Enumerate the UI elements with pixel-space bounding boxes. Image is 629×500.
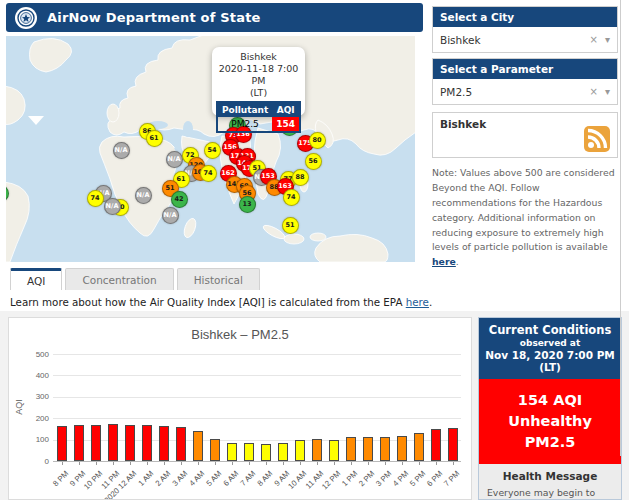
current-conditions-panel: Current Conditions observed at Nov 18, 2… bbox=[478, 317, 622, 500]
aqi-bar[interactable] bbox=[210, 439, 220, 461]
aqi-marker[interactable]: 61 bbox=[146, 130, 163, 147]
chart-y-tick-label: 100 bbox=[23, 435, 49, 444]
world-aqi-map[interactable]: 8661N/AN/A72120N/A10174615142N/A7440N/AN… bbox=[6, 36, 415, 262]
chart-y-axis-label: AQI bbox=[14, 399, 24, 415]
aqi-marker[interactable]: 88 bbox=[292, 169, 309, 186]
aqi-bar[interactable] bbox=[278, 443, 288, 461]
aqi-marker[interactable]: 42 bbox=[171, 191, 188, 208]
chart-x-tick bbox=[130, 462, 131, 465]
chart-x-tick bbox=[232, 462, 233, 465]
popup-col-aqi: AQI bbox=[272, 102, 300, 117]
popup-timezone: (LT) bbox=[212, 87, 305, 99]
chart-gridline bbox=[53, 375, 461, 376]
parameter-select-label: Select a Parameter bbox=[433, 59, 617, 79]
chart-x-tick bbox=[113, 462, 114, 465]
aqi-marker[interactable]: N/A bbox=[135, 187, 152, 204]
aqi-marker[interactable]: 74 bbox=[200, 165, 217, 182]
cc-title: Current Conditions bbox=[483, 323, 617, 337]
chevron-down-icon[interactable]: ▾ bbox=[605, 34, 610, 45]
aqi-marker[interactable]: 74 bbox=[87, 190, 104, 207]
aqi-bar[interactable] bbox=[380, 437, 390, 461]
note-here-link[interactable]: here bbox=[432, 256, 456, 267]
aqi-bar[interactable] bbox=[261, 444, 271, 461]
aqi-bar[interactable] bbox=[431, 429, 441, 461]
chart-x-tick bbox=[249, 462, 250, 465]
aqi-bar[interactable] bbox=[295, 440, 305, 461]
rss-icon[interactable] bbox=[584, 126, 610, 152]
note-text: Note: Values above 500 are considered Be… bbox=[432, 167, 615, 252]
city-select-label: Select a City bbox=[433, 7, 617, 27]
cc-pollutant: PM2.5 bbox=[479, 432, 621, 453]
clear-icon[interactable]: × bbox=[590, 86, 598, 97]
aqi-marker[interactable]: 80 bbox=[309, 132, 326, 149]
aqi-bar[interactable] bbox=[74, 425, 84, 461]
state-department-seal-icon bbox=[15, 7, 37, 29]
chevron-down-icon[interactable]: ▾ bbox=[605, 86, 610, 97]
aqi-bar[interactable] bbox=[312, 439, 322, 461]
aqi-bar-chart: Bishkek – PM2.5 AQI 01002003004005008 PM… bbox=[8, 317, 472, 500]
aqi-bar[interactable] bbox=[142, 425, 152, 461]
chart-gridline bbox=[53, 397, 461, 398]
chart-x-tick bbox=[436, 462, 437, 465]
scrollbar[interactable] bbox=[620, 0, 621, 456]
aqi-bar[interactable] bbox=[57, 426, 67, 461]
aqi-bar[interactable] bbox=[227, 443, 237, 461]
aqi-bar[interactable] bbox=[414, 433, 424, 461]
chart-y-tick-label: 500 bbox=[23, 350, 49, 359]
aqi-marker[interactable]: 13 bbox=[239, 196, 256, 213]
tab-aqi[interactable]: AQI bbox=[10, 268, 62, 290]
aqi-marker[interactable]: 51 bbox=[282, 217, 299, 234]
chart-y-tick-label: 200 bbox=[23, 414, 49, 423]
popup-pollutant-value: PM2.5 bbox=[217, 117, 272, 132]
chart-x-tick bbox=[181, 462, 182, 465]
aqi-bar[interactable] bbox=[108, 424, 118, 461]
aqi-bar[interactable] bbox=[176, 427, 186, 461]
chart-y-tick-label: 400 bbox=[23, 371, 49, 380]
aqi-bar[interactable] bbox=[244, 443, 254, 461]
city-select[interactable]: Bishkek × ▾ bbox=[433, 27, 617, 52]
health-message-text: Everyone may begin to experience health … bbox=[487, 486, 613, 500]
chart-x-tick bbox=[402, 462, 403, 465]
chart-x-tick bbox=[453, 462, 454, 465]
aqi-bar[interactable] bbox=[346, 437, 356, 461]
chart-x-tick bbox=[419, 462, 420, 465]
map-popup: Bishkek 2020-11-18 7:00 PM (LT) Pollutan… bbox=[212, 47, 305, 116]
chart-x-tick bbox=[62, 462, 63, 465]
tab-historical[interactable]: Historical bbox=[177, 268, 260, 290]
parameter-select[interactable]: PM2.5 × ▾ bbox=[433, 79, 617, 104]
aqi-marker[interactable]: N/A bbox=[162, 207, 179, 224]
parameter-select-value: PM2.5 bbox=[440, 86, 590, 98]
aqi-bar[interactable] bbox=[91, 425, 101, 461]
chart-gridline bbox=[53, 418, 461, 419]
aqi-marker[interactable]: N/A bbox=[113, 142, 130, 159]
aqi-marker[interactable]: N/A bbox=[166, 151, 183, 168]
popup-col-pollutant: Pollutant bbox=[217, 102, 272, 117]
note-period: . bbox=[456, 256, 459, 267]
chart-x-tick bbox=[317, 462, 318, 465]
chart-x-tick bbox=[385, 462, 386, 465]
aqi-bar[interactable] bbox=[159, 426, 169, 461]
app-header: AirNow Department of State bbox=[6, 3, 423, 32]
aqi-bar[interactable] bbox=[329, 440, 339, 461]
city-select-panel: Select a City Bishkek × ▾ bbox=[432, 6, 618, 53]
aqi-bar[interactable] bbox=[193, 431, 203, 461]
chart-gridline bbox=[53, 354, 461, 355]
learn-more-here-link[interactable]: here bbox=[406, 296, 429, 308]
learn-more-line: Learn more about how the Air Quality Ind… bbox=[10, 296, 432, 308]
aqi-bar[interactable] bbox=[397, 436, 407, 461]
aqi-marker[interactable]: 54 bbox=[204, 142, 221, 159]
aqi-bar[interactable] bbox=[363, 437, 373, 461]
beyond-aqi-note: Note: Values above 500 are considered Be… bbox=[432, 166, 622, 270]
chart-x-tick bbox=[79, 462, 80, 465]
chart-x-tick bbox=[215, 462, 216, 465]
clear-icon[interactable]: × bbox=[590, 34, 598, 45]
aqi-marker[interactable]: N/A bbox=[104, 198, 121, 215]
tab-concentration[interactable]: Concentration bbox=[65, 268, 173, 290]
aqi-bar[interactable] bbox=[125, 425, 135, 461]
airnow-page: AirNow Department of State bbox=[0, 0, 629, 500]
aqi-marker[interactable]: 74 bbox=[283, 189, 300, 206]
aqi-bar[interactable] bbox=[448, 428, 458, 461]
aqi-marker[interactable]: 56 bbox=[305, 153, 322, 170]
health-message-title: Health Message bbox=[487, 470, 613, 482]
chart-y-tick-label: 0 bbox=[23, 457, 49, 466]
